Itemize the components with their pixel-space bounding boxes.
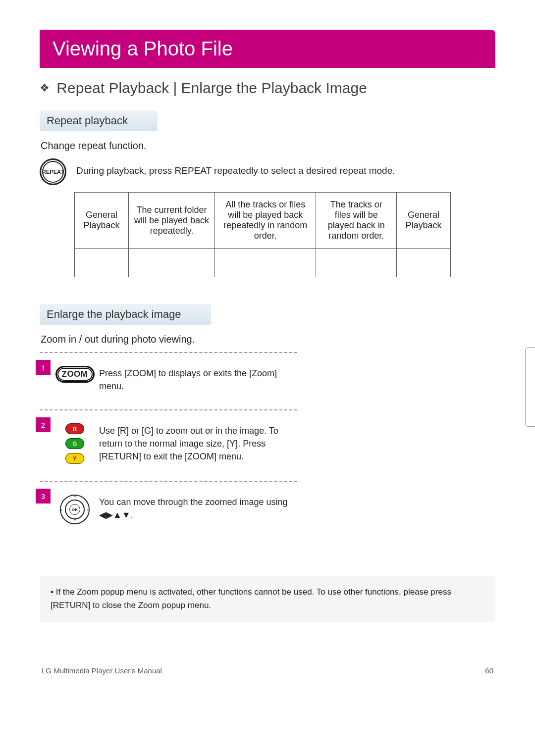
- mode-cell: The current folder will be played back r…: [128, 193, 214, 249]
- repeat-heading: Repeat playback: [40, 110, 158, 131]
- yellow-button-icon: Y: [65, 453, 84, 464]
- bullet-diamond-icon: ❖: [40, 82, 50, 94]
- zoom-intro: Zoom in / out during photo viewing.: [41, 334, 495, 345]
- step-2: 2 R G Y Use [R] or [G] to zoom out or in…: [40, 409, 297, 481]
- step-number: 2: [36, 417, 51, 432]
- mode-cell: All the tracks or ﬁles will be played ba…: [215, 193, 316, 249]
- repeat-button-icon: REPEAT: [40, 158, 66, 185]
- step-1: 1 ZOOM Press [ZOOM] to displays or exits…: [40, 352, 297, 409]
- mode-cell: The tracks or ﬁles will be played back i…: [316, 193, 397, 249]
- green-button-icon: G: [65, 438, 84, 449]
- section-title-text: Repeat Playback | Enlarge the Playback I…: [56, 80, 367, 96]
- repeat-modes-table: General Playback The current folder will…: [74, 192, 451, 277]
- step-text: You can move through the zoomed image us…: [99, 495, 297, 521]
- footer-manual-name: LG Multimedia Player User's Manual: [42, 666, 162, 675]
- step-number: 3: [36, 489, 51, 504]
- mode-cell: General Playback: [397, 193, 451, 249]
- ok-dpad-icon: ˄˅ ‹› OK: [60, 495, 90, 524]
- repeat-intro: Change repeat function.: [41, 140, 495, 151]
- zoom-heading: Enlarge the playback image: [40, 304, 211, 325]
- zoom-steps: ▢ ⌄ ↶ MENU RETURN R G Y B SEARCH ZOOM: [40, 352, 495, 541]
- repeat-instruction: During playback, press REPEAT repeatedly…: [76, 158, 395, 176]
- mode-cell: General Playback: [75, 193, 129, 249]
- step-text: Press [ZOOM] to displays or exits the [Z…: [99, 366, 297, 393]
- step-3: 3 ˄˅ ‹› OK You can move through the zoom…: [40, 481, 297, 541]
- step-number: 1: [36, 360, 51, 375]
- remote-diagram: ▢ ⌄ ↶ MENU RETURN R G Y B SEARCH ZOOM: [525, 347, 535, 427]
- red-button-icon: R: [65, 423, 84, 434]
- footer-page-number: 60: [485, 666, 493, 675]
- section-title: ❖ Repeat Playback | Enlarge the Playback…: [40, 80, 495, 97]
- step-text: Use [R] or [G] to zoom out or in the ima…: [99, 423, 297, 463]
- page-banner: Viewing a Photo File: [40, 30, 495, 68]
- note-box: • If the Zoom popup menu is activated, o…: [40, 576, 495, 622]
- zoom-button-icon: ZOOM: [55, 366, 95, 383]
